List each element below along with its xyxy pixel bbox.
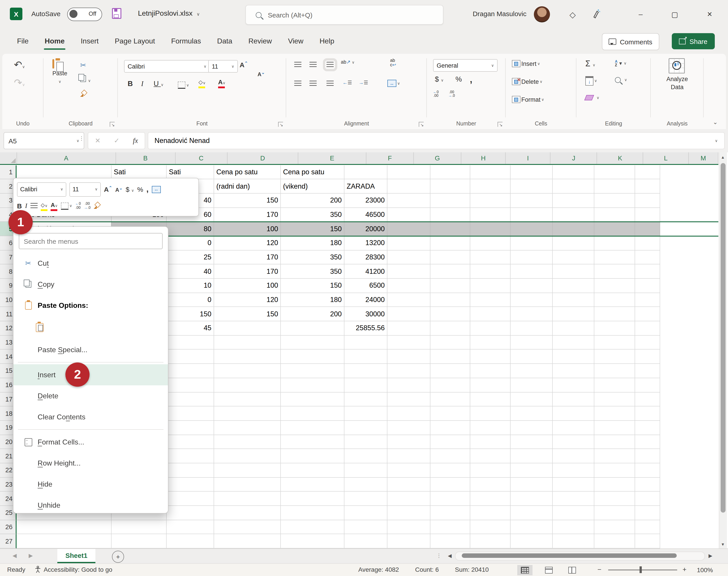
cell-C21[interactable] <box>166 449 214 463</box>
find-select-button[interactable]: ∨ <box>615 77 627 83</box>
cell-J4[interactable] <box>511 208 553 222</box>
cell-F6[interactable]: 13200 <box>344 236 387 250</box>
next-sheet-icon[interactable]: ▶ <box>29 552 33 559</box>
delete-cells-button[interactable]: Delete∨ <box>512 78 543 85</box>
cell-D1[interactable]: Cena po satu <box>214 165 281 179</box>
insert-function-icon[interactable]: fx <box>133 137 138 145</box>
avatar[interactable] <box>534 6 550 22</box>
cell-I8[interactable] <box>470 265 511 279</box>
cell-L3[interactable] <box>594 194 635 208</box>
cell-H26[interactable] <box>430 520 470 534</box>
cell-K22[interactable] <box>553 463 594 478</box>
cell-E25[interactable] <box>281 506 344 520</box>
cell-L7[interactable] <box>594 250 635 264</box>
accounting-format-button[interactable]: $ ∨ <box>435 75 444 83</box>
ribbon-tab-formulas[interactable]: Formulas <box>165 34 207 48</box>
cell-E23[interactable] <box>281 478 344 492</box>
menu-item-hide[interactable]: Hide <box>13 473 168 495</box>
status-sum[interactable]: Sum: 20410 <box>455 566 489 573</box>
cell-I12[interactable] <box>470 321 511 336</box>
cell-K18[interactable] <box>553 406 594 421</box>
cell-K21[interactable] <box>553 449 594 463</box>
cell-M2[interactable] <box>635 179 660 193</box>
cell-I24[interactable] <box>470 492 511 506</box>
cell-C1[interactable]: Sati <box>166 165 214 179</box>
cell-K23[interactable] <box>553 478 594 492</box>
format-cells-button[interactable]: Format∨ <box>512 96 544 103</box>
row-header-27[interactable]: 27 <box>0 534 17 548</box>
cell-G9[interactable] <box>387 279 430 293</box>
mini-format-painter-button[interactable] <box>94 203 100 209</box>
paste-option-keep-formatting[interactable] <box>13 316 168 339</box>
row-header-1[interactable]: 1 <box>0 165 17 179</box>
cell-J21[interactable] <box>511 449 553 463</box>
cell-E14[interactable] <box>281 350 344 364</box>
cell-L4[interactable] <box>594 208 635 222</box>
cell-F14[interactable] <box>344 350 387 364</box>
column-header-C[interactable]: C <box>175 152 227 164</box>
cell-J24[interactable] <box>511 492 553 506</box>
align-left-button[interactable] <box>294 81 301 86</box>
cell-D7[interactable]: 170 <box>214 250 281 264</box>
cell-E20[interactable] <box>281 435 344 449</box>
number-dialog-launcher[interactable]: ↘ <box>497 122 503 127</box>
font-color-button[interactable]: A∨ <box>218 78 225 88</box>
cell-G5[interactable] <box>387 222 430 236</box>
cell-K24[interactable] <box>553 492 594 506</box>
cell-M11[interactable] <box>635 307 660 321</box>
mini-merge-center-button[interactable]: ↔ <box>152 186 160 193</box>
cell-D19[interactable] <box>214 421 281 435</box>
cell-E11[interactable]: 200 <box>281 307 344 321</box>
cell-I26[interactable] <box>470 520 511 534</box>
cell-M22[interactable] <box>635 463 660 478</box>
cell-L6[interactable] <box>594 236 635 250</box>
cell-G3[interactable] <box>387 194 430 208</box>
align-right-button[interactable] <box>327 81 334 86</box>
cell-F8[interactable]: 41200 <box>344 265 387 279</box>
cell-C11[interactable]: 150 <box>166 307 214 321</box>
zoom-level[interactable]: 100% <box>697 566 713 574</box>
cell-H22[interactable] <box>430 463 470 478</box>
cell-M15[interactable] <box>635 364 660 378</box>
cell-F25[interactable] <box>344 506 387 520</box>
cell-D27[interactable] <box>214 534 281 548</box>
cell-H25[interactable] <box>430 506 470 520</box>
alignment-dialog-launcher[interactable]: ↘ <box>419 122 424 127</box>
cell-I15[interactable] <box>470 364 511 378</box>
namebox-splitter[interactable]: ⋮ <box>79 135 84 142</box>
cell-I20[interactable] <box>470 435 511 449</box>
cell-L14[interactable] <box>594 350 635 364</box>
status-average[interactable]: Average: 4082 <box>358 566 399 573</box>
mini-align-button[interactable] <box>30 203 38 209</box>
expand-formula-bar-icon[interactable]: ∨ <box>715 139 718 143</box>
autosum-button[interactable]: Σ ∨ <box>585 59 596 68</box>
menu-search-input[interactable]: Search the menus <box>19 233 162 249</box>
cell-F17[interactable] <box>344 392 387 406</box>
cell-L20[interactable] <box>594 435 635 449</box>
cell-M5[interactable] <box>635 222 660 236</box>
undo-button[interactable]: ↶∨ <box>14 59 25 71</box>
sheet-tab-active[interactable]: Sheet1 <box>57 549 95 563</box>
share-button[interactable]: Share <box>672 33 715 49</box>
cell-E16[interactable] <box>281 378 344 392</box>
mini-grow-font-button[interactable]: A⌃ <box>104 185 112 193</box>
cell-G24[interactable] <box>387 492 430 506</box>
cell-D6[interactable]: 120 <box>214 236 281 250</box>
cell-C5[interactable]: 80 <box>166 222 214 236</box>
column-header-K[interactable]: K <box>597 152 643 164</box>
cell-L17[interactable] <box>594 392 635 406</box>
cell-M23[interactable] <box>635 478 660 492</box>
cell-I10[interactable] <box>470 293 511 307</box>
menu-item-clear-contents[interactable]: Clear Contents <box>13 406 168 428</box>
mini-fill-color-button[interactable]: ⬦∨ <box>41 201 48 211</box>
cell-D11[interactable]: 150 <box>214 307 281 321</box>
copy-button[interactable]: ∨ <box>80 75 91 84</box>
italic-button[interactable]: I <box>141 80 144 88</box>
ribbon-tab-insert[interactable]: Insert <box>74 34 105 48</box>
cell-C8[interactable]: 40 <box>166 265 214 279</box>
cell-D3[interactable]: 150 <box>214 194 281 208</box>
close-button[interactable]: × <box>703 8 716 21</box>
cell-M9[interactable] <box>635 279 660 293</box>
cell-H8[interactable] <box>430 265 470 279</box>
mini-decrease-decimal-button[interactable]: .00→.0 <box>84 202 90 210</box>
